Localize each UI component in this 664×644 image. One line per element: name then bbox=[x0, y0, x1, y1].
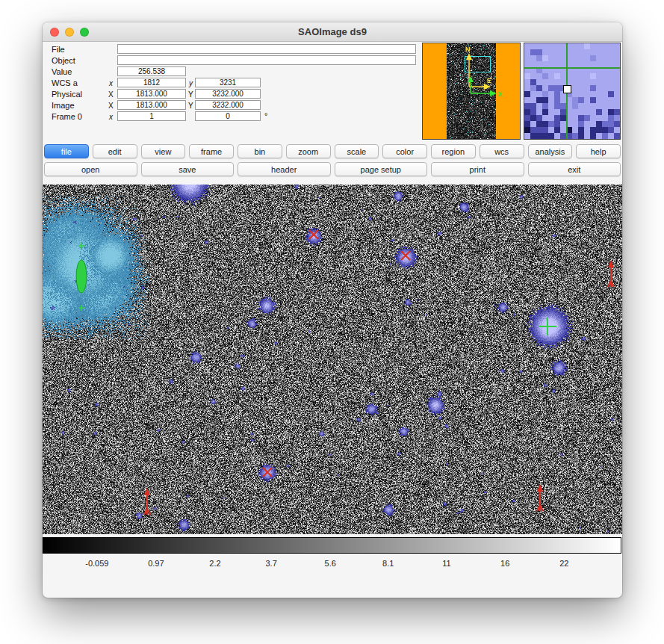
physical-x-field[interactable]: 1813.000 bbox=[117, 89, 186, 99]
info-row-object: Object bbox=[43, 55, 431, 66]
info-row-physical: Physical X 1813.000 Y 3232.000 bbox=[43, 89, 431, 99]
ds9-window: SAOImage ds9 File Object Value 256.538 W… bbox=[43, 22, 622, 598]
menu-button-edit[interactable]: edit bbox=[93, 144, 137, 158]
menu-button-file[interactable]: file bbox=[44, 144, 89, 158]
colorbar[interactable] bbox=[43, 537, 621, 554]
frame-x-axis-label: x bbox=[109, 113, 113, 121]
toolbar-button-exit[interactable]: exit bbox=[528, 162, 621, 176]
menu-button-zoom[interactable]: zoom bbox=[286, 144, 331, 158]
menu-button-bin[interactable]: bin bbox=[238, 144, 282, 158]
image-y-axis-label: Y bbox=[188, 102, 193, 110]
value-field[interactable]: 256.538 bbox=[117, 66, 186, 76]
close-button[interactable] bbox=[50, 28, 59, 37]
tick-label-7: 16 bbox=[500, 559, 509, 568]
wcs-y-field[interactable]: 3231 bbox=[195, 78, 261, 87]
tick-label-5: 8.1 bbox=[382, 559, 394, 568]
physical-y-axis-label: Y bbox=[188, 90, 193, 99]
main-image-canvas[interactable] bbox=[43, 185, 622, 534]
object-field[interactable] bbox=[117, 55, 416, 65]
tick-label-3: 3.7 bbox=[265, 559, 276, 568]
tick-label-6: 11 bbox=[442, 559, 450, 568]
file-field[interactable] bbox=[117, 44, 416, 54]
image-x-field[interactable]: 1813.000 bbox=[117, 100, 186, 110]
toolbar-button-print[interactable]: print bbox=[431, 162, 524, 176]
zoom-button[interactable] bbox=[80, 28, 89, 37]
physical-y-field[interactable]: 3232.000 bbox=[195, 89, 261, 99]
window-title: SAOImage ds9 bbox=[43, 22, 622, 42]
wcs-x-field[interactable]: 1812 bbox=[117, 78, 186, 87]
toolbar-button-header[interactable]: header bbox=[238, 162, 331, 176]
wcs-y-axis-label: y bbox=[189, 79, 193, 87]
tick-label-2: 2.2 bbox=[209, 559, 220, 568]
menu-bar: file edit view frame bin zoom scale colo… bbox=[44, 144, 621, 158]
minimize-button[interactable] bbox=[65, 28, 74, 37]
info-row-file: File bbox=[43, 44, 431, 55]
image-label: Image bbox=[52, 101, 75, 110]
menu-button-color[interactable]: color bbox=[382, 144, 427, 158]
menu-button-analysis[interactable]: analysis bbox=[528, 144, 573, 158]
magnifier-canvas[interactable] bbox=[524, 43, 621, 140]
panner-canvas[interactable] bbox=[422, 43, 521, 140]
titlebar[interactable]: SAOImage ds9 bbox=[43, 22, 622, 42]
toolbar-button-save[interactable]: save bbox=[141, 162, 235, 176]
tick-label-8: 22 bbox=[559, 559, 568, 568]
menu-button-wcs[interactable]: wcs bbox=[480, 144, 524, 158]
info-row-wcs: WCS a x 1812 y 3231 bbox=[43, 78, 431, 88]
info-row-frame: Frame 0 x 1 0 ° bbox=[43, 111, 431, 122]
wcs-label: WCS a bbox=[52, 78, 78, 87]
physical-label: Physical bbox=[52, 90, 82, 99]
menu-button-scale[interactable]: scale bbox=[335, 144, 379, 158]
wcs-x-axis-label: x bbox=[109, 79, 113, 87]
physical-x-axis-label: X bbox=[108, 90, 114, 99]
degree-symbol: ° bbox=[264, 111, 267, 120]
menu-button-region[interactable]: region bbox=[431, 144, 476, 158]
colorbar-tick-labels: -0.059 0.97 2.2 3.7 5.6 8.1 11 16 22 bbox=[43, 559, 621, 571]
tick-label-1: 0.97 bbox=[148, 559, 164, 568]
tick-label-4: 5.6 bbox=[325, 559, 336, 568]
info-row-value: Value 256.538 bbox=[43, 66, 431, 77]
traffic-lights bbox=[50, 28, 89, 37]
menu-button-view[interactable]: view bbox=[141, 144, 186, 158]
tick-label-0: -0.059 bbox=[85, 559, 108, 568]
file-label: File bbox=[52, 45, 65, 54]
image-x-axis-label: X bbox=[108, 102, 114, 110]
toolbar-button-open[interactable]: open bbox=[44, 162, 137, 176]
menu-button-frame[interactable]: frame bbox=[189, 144, 234, 158]
frame-x-field[interactable]: 1 bbox=[117, 111, 186, 121]
value-label: Value bbox=[52, 67, 72, 76]
toolbar-button-page-setup[interactable]: page setup bbox=[335, 162, 428, 176]
frame-rotation-field[interactable]: 0 bbox=[195, 111, 261, 121]
file-toolbar: open save header page setup print exit bbox=[44, 162, 621, 176]
frame-label: Frame 0 bbox=[52, 112, 82, 121]
info-row-image: Image X 1813.000 Y 3232.000 bbox=[43, 100, 431, 111]
menu-button-help[interactable]: help bbox=[576, 144, 621, 158]
object-label: Object bbox=[52, 56, 75, 65]
image-y-field[interactable]: 3232.000 bbox=[195, 100, 261, 110]
